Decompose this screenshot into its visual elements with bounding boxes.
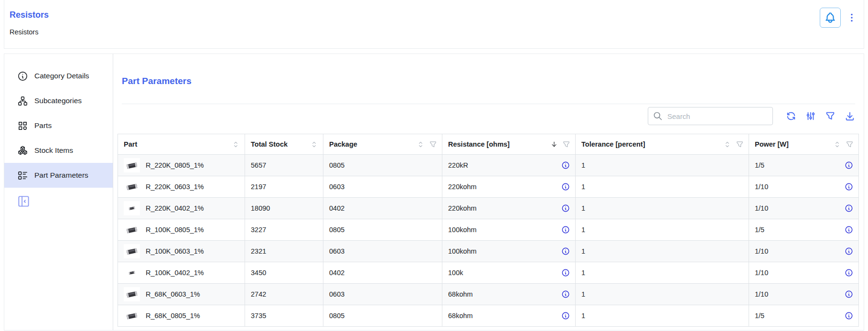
info-circle-icon[interactable] <box>561 247 570 256</box>
breadcrumb[interactable]: Resistors <box>10 28 38 36</box>
info-circle-icon <box>17 71 28 82</box>
download-button[interactable] <box>845 111 855 121</box>
package-cell: 0603 <box>323 284 442 305</box>
table-row[interactable]: R_220K_0603_1% 2197 0603 220kohm 1 1/10 <box>118 176 859 198</box>
sort-selector-icon[interactable] <box>833 140 841 149</box>
info-circle-icon[interactable] <box>561 161 570 170</box>
power-value: 1/5 <box>755 226 764 234</box>
part-name: R_68K_0805_1% <box>146 312 200 320</box>
column-header-total-stock[interactable]: Total Stock <box>245 134 323 155</box>
sidebar-item-label: Category Details <box>34 72 89 80</box>
sidebar-item-subcategories[interactable]: Subcategories <box>4 88 113 113</box>
info-circle-icon[interactable] <box>845 290 853 299</box>
info-circle-icon[interactable] <box>561 268 570 277</box>
sort-selector-icon[interactable] <box>723 140 731 149</box>
table-row[interactable]: R_100K_0603_1% 2321 0603 100kohm 1 1/10 <box>118 241 859 262</box>
table-row[interactable]: R_220K_0805_1% 5657 0805 220kR 1 1/5 <box>118 155 859 176</box>
sidebar-item-stock-items[interactable]: Stock Items <box>4 138 113 163</box>
resistance-value: 100k <box>448 269 463 277</box>
column-header-part[interactable]: Part <box>118 134 245 155</box>
part-name: R_100K_0603_1% <box>146 247 204 255</box>
table-row[interactable]: R_68K_0805_1% 3735 0805 68kohm 1 1/5 <box>118 305 859 327</box>
refresh-button[interactable] <box>786 111 796 121</box>
tolerance-cell: 1 <box>576 241 749 262</box>
column-filter-icon[interactable] <box>736 140 744 149</box>
content-panel: Category Details Subcategories Parts Sto… <box>4 53 864 331</box>
tolerance-cell: 1 <box>576 262 749 284</box>
power-value: 1/5 <box>755 161 764 169</box>
header-actions <box>820 8 858 28</box>
column-filter-icon[interactable] <box>562 140 570 149</box>
packages-icon <box>17 145 28 156</box>
total-stock-cell: 2742 <box>245 284 323 305</box>
search-input[interactable] <box>666 112 768 121</box>
sidebar-collapse-icon <box>17 195 30 208</box>
info-circle-icon[interactable] <box>845 161 853 170</box>
resistance-value: 68kohm <box>448 290 473 298</box>
overflow-menu-button[interactable] <box>846 8 858 28</box>
column-filter-icon[interactable] <box>846 140 854 149</box>
sort-selector-icon[interactable] <box>232 140 240 149</box>
info-circle-icon[interactable] <box>845 182 853 191</box>
app-header: Resistors Resistors <box>4 0 864 49</box>
power-value: 1/10 <box>755 290 768 298</box>
resistance-value: 100kohm <box>448 226 477 234</box>
total-stock-cell: 2197 <box>245 176 323 198</box>
info-circle-icon[interactable] <box>561 290 570 299</box>
table-row[interactable]: R_68K_0603_1% 2742 0603 68kohm 1 1/10 <box>118 284 859 305</box>
info-circle-icon[interactable] <box>845 247 853 256</box>
tolerance-cell: 1 <box>576 284 749 305</box>
sidebar-item-category-details[interactable]: Category Details <box>4 64 113 88</box>
table-row[interactable]: R_100K_0402_1% 3450 0402 100k 1 1/10 <box>118 262 859 284</box>
sitemap-icon <box>17 96 28 107</box>
info-circle-icon[interactable] <box>845 225 853 234</box>
part-thumbnail <box>124 244 140 258</box>
info-circle-icon[interactable] <box>845 311 853 320</box>
divider <box>122 104 855 104</box>
sidebar-item-label: Stock Items <box>34 146 73 155</box>
power-value: 1/10 <box>755 183 768 191</box>
info-circle-icon[interactable] <box>845 268 853 277</box>
column-header-power[interactable]: Power [W] <box>749 134 859 155</box>
sidebar-item-label: Subcategories <box>34 96 82 105</box>
column-header-package[interactable]: Package <box>323 134 442 155</box>
resistance-value: 220kR <box>448 161 468 169</box>
info-circle-icon[interactable] <box>561 204 570 213</box>
table-row[interactable]: R_220K_0402_1% 18090 0402 220kohm 1 1/10 <box>118 198 859 219</box>
sidebar-collapse-button[interactable] <box>17 195 30 208</box>
sort-descending-icon[interactable] <box>550 140 558 148</box>
sidebar-item-parts[interactable]: Parts <box>4 113 113 138</box>
resistor-chip-image <box>125 311 139 321</box>
sidebar-item-label: Part Parameters <box>34 171 88 180</box>
sort-selector-icon[interactable] <box>417 140 425 149</box>
part-name: R_220K_0805_1% <box>146 161 204 169</box>
part-thumbnail <box>124 266 140 280</box>
table-row[interactable]: R_100K_0805_1% 3227 0805 100kohm 1 1/5 <box>118 219 859 241</box>
package-cell: 0805 <box>323 305 442 327</box>
filter-button[interactable] <box>825 111 836 121</box>
info-circle-icon[interactable] <box>561 182 570 191</box>
sidebar-item-part-parameters[interactable]: Part Parameters <box>4 163 113 188</box>
sidebar: Category Details Subcategories Parts Sto… <box>4 54 113 330</box>
part-name: R_68K_0603_1% <box>146 290 200 298</box>
resistance-value: 100kohm <box>448 247 477 255</box>
part-name: R_220K_0402_1% <box>146 204 204 212</box>
package-cell: 0402 <box>323 262 442 284</box>
info-circle-icon[interactable] <box>561 311 570 320</box>
adjustments-icon <box>805 111 816 121</box>
sort-selector-icon[interactable] <box>310 140 318 149</box>
column-header-tolerance[interactable]: Tolerance [percent] <box>576 134 749 155</box>
column-filter-icon[interactable] <box>429 140 437 149</box>
table-settings-button[interactable] <box>805 111 816 121</box>
part-thumbnail <box>124 309 140 323</box>
filter-icon <box>825 111 836 121</box>
download-icon <box>845 111 855 121</box>
info-circle-icon[interactable] <box>561 225 570 234</box>
power-value: 1/5 <box>755 312 764 320</box>
notifications-button[interactable] <box>820 8 841 28</box>
column-header-resistance[interactable]: Resistance [ohms] <box>442 134 576 155</box>
info-circle-icon[interactable] <box>845 204 853 213</box>
tolerance-cell: 1 <box>576 176 749 198</box>
power-value: 1/10 <box>755 269 768 277</box>
resistance-value: 220kohm <box>448 183 477 191</box>
